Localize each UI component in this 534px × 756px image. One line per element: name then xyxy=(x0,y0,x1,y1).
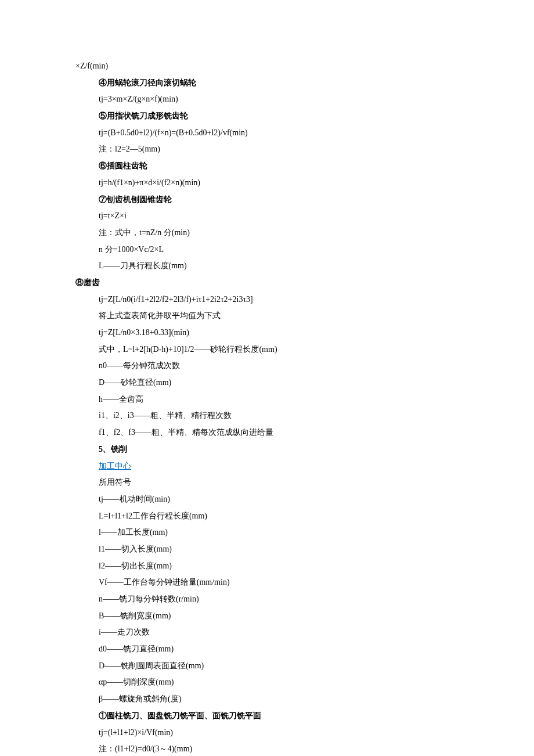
text-line: B——铣削宽度(mm) xyxy=(75,608,459,625)
document-page: ×Z/f(min)④用蜗轮滚刀径向滚切蜗轮tj=3×m×Z/(g×n×f)(mi… xyxy=(0,0,534,756)
text-line: ⑥插圆柱齿轮 xyxy=(75,158,459,175)
text-line: ⑧磨齿 xyxy=(75,275,459,291)
text-line: l1——切入长度(mm) xyxy=(75,541,459,558)
text-line: L=l+l1+l2工作台行程长度(mm) xyxy=(75,508,459,525)
text-line: β——螺旋角或斜角(度) xyxy=(75,691,459,708)
text-line: Vf——工作台每分钟进给量(mm/min) xyxy=(75,574,459,591)
text-line: ①圆柱铣刀、圆盘铣刀铣平面、面铣刀铣平面 xyxy=(75,708,459,725)
text-line: l2——切出长度(mm) xyxy=(75,558,459,575)
hyperlink[interactable]: 加工中心 xyxy=(99,462,131,470)
text-line: i1、i2、i3——粗、半精、精行程次数 xyxy=(75,408,459,424)
text-line: tj=Z[L/n0×3.18+0.33](min) xyxy=(75,325,459,341)
text-line: ⑤用指状铣刀成形铣齿轮 xyxy=(75,108,459,125)
text-line: L——刀具行程长度(mm) xyxy=(75,258,459,275)
text-line: f1、f2、f3——粗、半精、精每次范成纵向进给量 xyxy=(75,424,459,441)
text-line: h——全齿高 xyxy=(75,391,459,408)
text-line: 5、铣削 xyxy=(75,441,459,458)
text-line: D——铣削圆周表面直径(mm) xyxy=(75,658,459,675)
text-line: n0——每分钟范成次数 xyxy=(75,358,459,375)
text-line: ×Z/f(min) xyxy=(75,58,459,75)
text-line: ④用蜗轮滚刀径向滚切蜗轮 xyxy=(75,75,459,92)
text-line: n 分=1000×Vc/2×L xyxy=(75,242,459,258)
text-line: 注：(l1+l2)=d0/(3～4)(mm) xyxy=(75,741,459,756)
text-line: tj=h/(f1×n)+π×d×i/(f2×n)(min) xyxy=(75,175,459,192)
text-line: 将上式查表简化并取平均值为下式 xyxy=(75,308,459,325)
text-line: n——铣刀每分钟转数(r/min) xyxy=(75,591,459,608)
text-line: 式中，L=l+2[h(D-h)+10]1/2——砂轮行程长度(mm) xyxy=(75,341,459,358)
text-line: 注：l2=2—5(mm) xyxy=(75,141,459,158)
text-line: ⑦刨齿机刨圆锥齿轮 xyxy=(75,192,459,208)
text-line: αp——切削深度(mm) xyxy=(75,674,459,691)
text-line: 加工中心 xyxy=(75,458,459,475)
text-line: tj=Z[L/n0(i/f1+2l2/f2+2l3/f)+iτ1+2i2τ2+2… xyxy=(75,291,459,308)
text-line: tj=3×m×Z/(g×n×f)(min) xyxy=(75,91,459,108)
text-line: tj=(B+0.5d0+l2)/(f×n)=(B+0.5d0+l2)/vf(mi… xyxy=(75,125,459,142)
text-line: tj=(l+l1+l2)×i/Vf(min) xyxy=(75,725,459,741)
text-line: tj——机动时间(min) xyxy=(75,491,459,508)
text-line: d0——铣刀直径(mm) xyxy=(75,641,459,658)
text-line: l——加工长度(mm) xyxy=(75,524,459,541)
text-line: D——砂轮直径(mm) xyxy=(75,375,459,391)
text-line: 注：式中，t=nZ/n 分(min) xyxy=(75,225,459,242)
text-line: tj=t×Z×i xyxy=(75,208,459,225)
text-line: 所用符号 xyxy=(75,474,459,491)
document-content: ×Z/f(min)④用蜗轮滚刀径向滚切蜗轮tj=3×m×Z/(g×n×f)(mi… xyxy=(75,58,459,756)
text-line: i——走刀次数 xyxy=(75,624,459,641)
